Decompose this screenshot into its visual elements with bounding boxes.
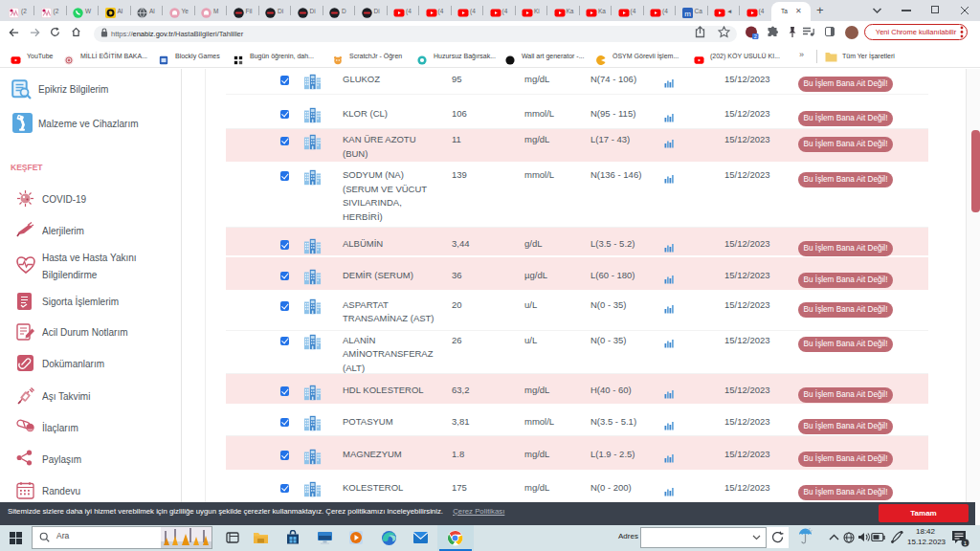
svg-text:m: m <box>684 10 691 18</box>
svg-text:2: 2 <box>754 33 757 39</box>
